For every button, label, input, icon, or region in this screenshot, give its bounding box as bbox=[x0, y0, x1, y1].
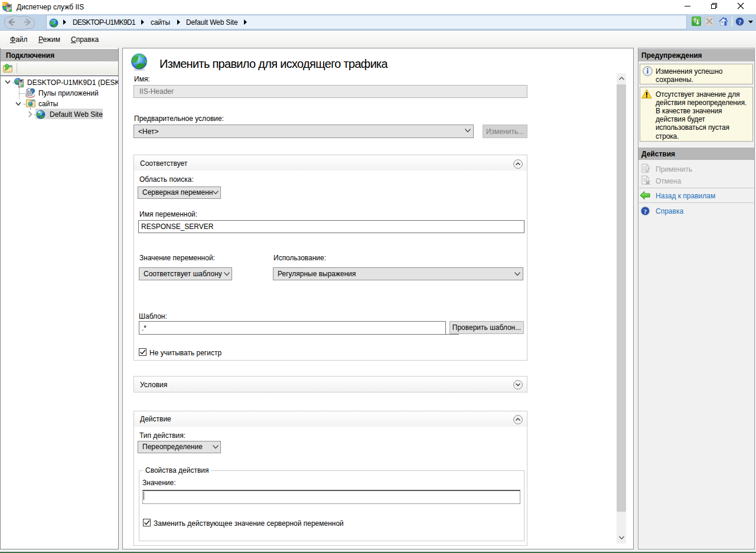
svg-text:?: ? bbox=[738, 18, 742, 25]
svg-text:?: ? bbox=[644, 208, 647, 215]
